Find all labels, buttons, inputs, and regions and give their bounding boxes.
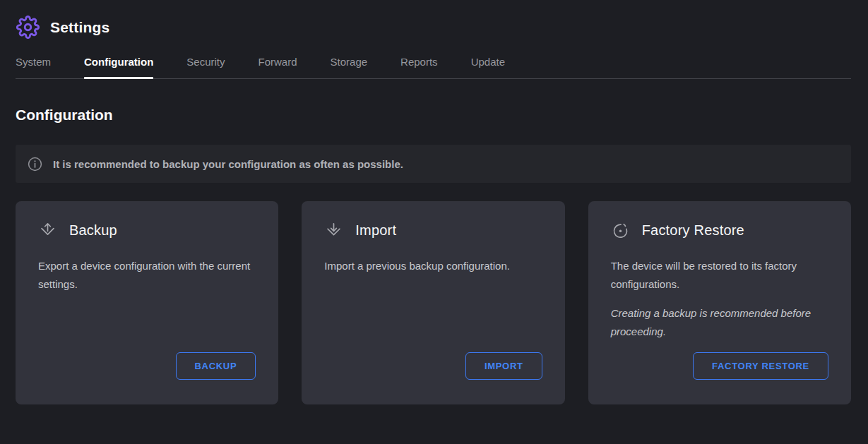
backup-card: Backup Export a device configuration wit… xyxy=(16,201,278,404)
tab-configuration[interactable]: Configuration xyxy=(84,56,153,78)
settings-gear-icon xyxy=(16,16,40,40)
tab-bar: System Configuration Security Forward St… xyxy=(16,56,851,79)
banner-text: It is recommended to backup your configu… xyxy=(53,158,403,170)
tab-system[interactable]: System xyxy=(16,56,51,78)
import-card: Import Import a previous backup configur… xyxy=(302,201,564,404)
restore-icon xyxy=(611,221,630,240)
factory-restore-card: Factory Restore The device will be resto… xyxy=(588,201,851,404)
factory-restore-button[interactable]: FACTORY RESTORE xyxy=(693,352,828,380)
card-warning-note: Creating a backup is recommended before … xyxy=(611,304,828,342)
card-description: Import a previous backup configuration. xyxy=(324,257,542,275)
upload-icon xyxy=(38,221,57,240)
info-banner: It is recommended to backup your configu… xyxy=(16,145,851,183)
download-icon xyxy=(324,221,343,240)
card-title: Factory Restore xyxy=(642,222,744,239)
card-grid: Backup Export a device configuration wit… xyxy=(16,201,851,404)
card-description: Export a device configuration with the c… xyxy=(38,257,256,294)
info-icon xyxy=(27,156,43,172)
backup-button[interactable]: BACKUP xyxy=(176,352,256,380)
card-description: The device will be restored to its facto… xyxy=(611,257,828,294)
import-button[interactable]: IMPORT xyxy=(465,352,542,380)
tab-update[interactable]: Update xyxy=(471,56,505,78)
app-header: Settings xyxy=(0,0,868,44)
page-title: Settings xyxy=(50,19,109,36)
tab-security[interactable]: Security xyxy=(186,56,225,78)
tab-storage[interactable]: Storage xyxy=(331,56,368,78)
tab-reports[interactable]: Reports xyxy=(400,56,438,78)
section-title: Configuration xyxy=(16,107,851,124)
tab-forward[interactable]: Forward xyxy=(258,56,297,78)
card-title: Backup xyxy=(69,222,117,239)
card-title: Import xyxy=(355,222,396,239)
